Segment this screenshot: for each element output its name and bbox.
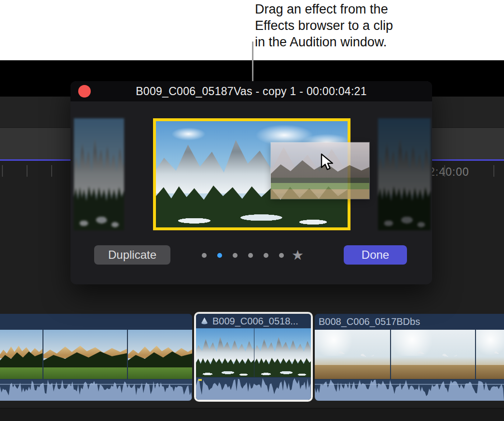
pagination-dot[interactable] bbox=[233, 253, 238, 258]
mouse-cursor-icon bbox=[320, 154, 335, 171]
audio-waveform bbox=[315, 379, 504, 401]
pagination-dot-active[interactable] bbox=[217, 253, 222, 258]
pagination-dot[interactable] bbox=[279, 253, 284, 258]
duplicate-button[interactable]: Duplicate bbox=[94, 245, 170, 265]
timeline-clip-right[interactable]: B008_C006_0517BDbs bbox=[315, 314, 504, 401]
window-titlebar[interactable]: B009_C006_05187Vas - copy 1 - 00:00:04:2… bbox=[70, 81, 432, 101]
audition-cone-icon bbox=[200, 317, 209, 326]
callout-line bbox=[252, 42, 253, 81]
ruler-tick bbox=[493, 165, 494, 177]
audition-alternate-right[interactable] bbox=[378, 118, 431, 230]
keyframe-mark bbox=[198, 379, 202, 381]
annotation-line-3: in the Audition window. bbox=[255, 34, 429, 50]
window-title: B009_C006_05187Vas - copy 1 - 00:00:04:2… bbox=[70, 81, 432, 101]
clip-filmstrip bbox=[0, 330, 192, 379]
clip-label: B008_C006_0517BDbs bbox=[319, 316, 420, 327]
audition-window: B009_C006_05187Vas - copy 1 - 00:00:04:2… bbox=[70, 81, 432, 284]
annotation-line-1: Drag an effect from the bbox=[255, 1, 429, 17]
pagination-dots[interactable] bbox=[202, 253, 284, 258]
timeline-bottom-strip bbox=[0, 408, 504, 421]
timeline-clip-selected-audition[interactable]: B009_C006_0518... bbox=[194, 312, 313, 402]
audition-alternate-left[interactable] bbox=[74, 118, 124, 230]
annotation-text: Drag an effect from the Effects browser … bbox=[255, 1, 429, 50]
pagination-dot[interactable] bbox=[248, 253, 253, 258]
done-button[interactable]: Done bbox=[344, 245, 407, 265]
ruler-timecode: 2:40:00 bbox=[429, 166, 469, 179]
ruler-tick bbox=[2, 165, 3, 177]
timeline-clip-left[interactable] bbox=[0, 314, 192, 401]
clip-label: B009_C006_0518... bbox=[212, 316, 298, 327]
screenshot-canvas: Drag an effect from the Effects browser … bbox=[0, 0, 504, 421]
ruler-tick bbox=[27, 165, 28, 177]
clip-filmstrip bbox=[196, 328, 311, 377]
clip-header: B009_C006_0518... bbox=[196, 314, 311, 328]
clip-header bbox=[0, 314, 192, 330]
star-rating-icon[interactable]: ★ bbox=[292, 249, 304, 262]
annotation-line-2: Effects browser to a clip bbox=[255, 17, 429, 34]
clip-filmstrip bbox=[315, 330, 504, 379]
pagination-dot[interactable] bbox=[202, 253, 207, 258]
ruler-tick bbox=[51, 165, 52, 177]
audio-waveform bbox=[0, 379, 192, 401]
pagination-dot[interactable] bbox=[264, 253, 268, 258]
pagination-row: ★ bbox=[202, 249, 304, 262]
audio-waveform bbox=[196, 377, 311, 400]
clip-header: B008_C006_0517BDbs bbox=[315, 314, 504, 330]
